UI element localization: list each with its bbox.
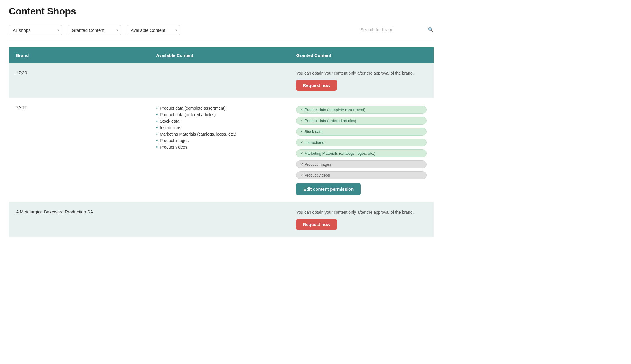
approval-message: You can obtain your content only after t… <box>296 209 427 215</box>
brand-name: 7ART <box>16 105 27 110</box>
available-content-filter[interactable]: Available Content ▾ <box>127 25 180 35</box>
list-item: Marketing Materials (catalogs, logos, et… <box>156 131 282 137</box>
granted-content-filter[interactable]: Granted Content ▾ <box>68 25 121 35</box>
brand-name: A Metalurgica Bakeware Production SA <box>16 209 93 214</box>
granted-content-cell: You can obtain your content only after t… <box>289 202 434 237</box>
denied-tag: ✕ Product videos <box>296 171 427 179</box>
all-shops-filter[interactable]: All shops ▾ <box>9 25 62 35</box>
edit-content-permission-button[interactable]: Edit content permission <box>296 183 361 195</box>
page-title: Content Shops <box>9 6 434 17</box>
brand-cell: A Metalurgica Bakeware Production SA <box>9 202 149 237</box>
all-shops-select[interactable]: All shops <box>9 25 62 35</box>
list-item: Product videos <box>156 144 282 150</box>
list-item: Stock data <box>156 118 282 124</box>
request-now-button[interactable]: Request now <box>296 219 337 230</box>
denied-tag: ✕ Product images <box>296 160 427 168</box>
available-content-list: Product data (complete assortment)Produc… <box>156 105 282 150</box>
list-item: Product data (ordered articles) <box>156 111 282 118</box>
available-content-select[interactable]: Available Content <box>127 25 180 35</box>
filters-row: All shops ▾ Granted Content ▾ Available … <box>9 25 434 40</box>
header-available-content: Available Content <box>149 47 289 63</box>
granted-content-cell: ✓ Product data (complete assortment)✓ Pr… <box>289 98 434 202</box>
granted-tag: ✓ Stock data <box>296 128 427 136</box>
approval-message: You can obtain your content only after t… <box>296 70 427 76</box>
header-brand: Brand <box>9 47 149 63</box>
table-row: A Metalurgica Bakeware Production SAYou … <box>9 202 434 237</box>
table-row: 17;30You can obtain your content only af… <box>9 63 434 98</box>
tags-list: ✓ Product data (complete assortment)✓ Pr… <box>296 105 427 180</box>
list-item: Instructions <box>156 124 282 131</box>
brand-name: 17;30 <box>16 70 27 75</box>
available-content-cell <box>149 63 289 98</box>
granted-content-select[interactable]: Granted Content <box>68 25 121 35</box>
brand-cell: 17;30 <box>9 63 149 98</box>
granted-tag: ✓ Product data (ordered articles) <box>296 117 427 125</box>
table-header: Brand Available Content Granted Content <box>9 47 434 63</box>
brand-cell: 7ART <box>9 98 149 202</box>
content-table: Brand Available Content Granted Content … <box>9 47 434 237</box>
granted-tag: ✓ Product data (complete assortment) <box>296 106 427 114</box>
header-granted-content: Granted Content <box>289 47 434 63</box>
granted-tag: ✓ Instructions <box>296 139 427 146</box>
available-content-cell <box>149 202 289 237</box>
search-icon: 🔍 <box>428 27 434 32</box>
table-row: 7ARTProduct data (complete assortment)Pr… <box>9 98 434 202</box>
granted-content-cell: You can obtain your content only after t… <box>289 63 434 98</box>
search-input[interactable] <box>360 27 425 32</box>
table-body: 17;30You can obtain your content only af… <box>9 63 434 237</box>
list-item: Product images <box>156 137 282 144</box>
available-content-cell: Product data (complete assortment)Produc… <box>149 98 289 202</box>
list-item: Product data (complete assortment) <box>156 105 282 111</box>
granted-tag: ✓ Marketing Materials (catalogs, logos, … <box>296 149 427 157</box>
request-now-button[interactable]: Request now <box>296 80 337 91</box>
page-container: Content Shops All shops ▾ Granted Conten… <box>0 0 442 243</box>
search-container: 🔍 <box>360 27 434 34</box>
